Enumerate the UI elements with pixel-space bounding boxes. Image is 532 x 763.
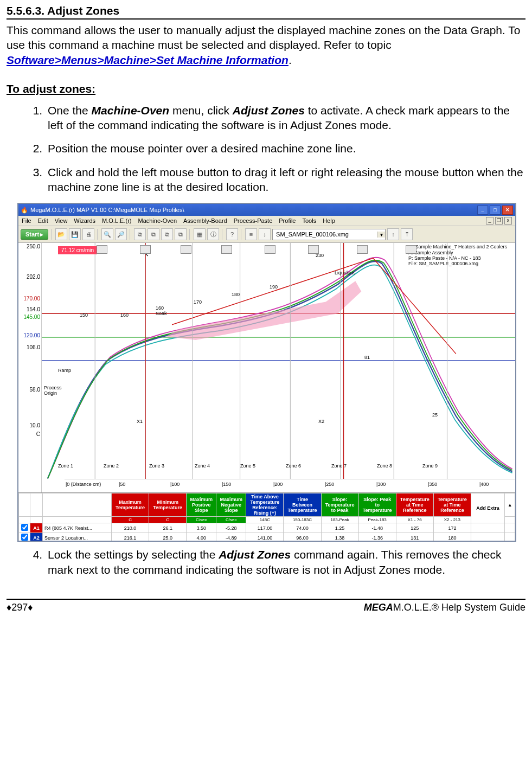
plot-annotation: 160 [120, 312, 129, 318]
intro-period: . [289, 54, 292, 66]
zone-label: Zone 6 [286, 463, 301, 469]
page-number: ♦297♦ [7, 602, 33, 613]
step1-cmd: Adjust Zones [233, 104, 305, 117]
step4-cmd: Adjust Zones [219, 548, 291, 561]
tool-b-icon[interactable]: ⧉ [148, 228, 159, 240]
profile-info: M: Sample Machine_7 Heaters and 2 Cooler… [408, 244, 514, 266]
plot-annotation: 180 [232, 292, 240, 297]
info-paste: P: Sample Paste - N/A - NC - 183 [408, 255, 514, 261]
zone-handle[interactable] [357, 245, 368, 254]
zone-handle[interactable] [97, 245, 107, 254]
zone-handle[interactable] [406, 245, 416, 254]
intro-paragraph: This command allows the user to manually… [7, 23, 525, 67]
tool-c-icon[interactable]: ⧉ [161, 228, 173, 240]
maximize-button[interactable]: □ [490, 206, 501, 215]
tool-d-icon[interactable]: ⧉ [175, 228, 187, 240]
menu-edit[interactable]: Edit [38, 217, 48, 224]
chart-svg [42, 243, 515, 492]
plot-annotation: X1 [137, 419, 143, 424]
minimize-button[interactable]: _ [477, 206, 488, 215]
zone-handle[interactable] [221, 245, 232, 254]
tool-zoom-in-icon[interactable]: 🔍 [101, 228, 113, 240]
menu-view[interactable]: View [55, 217, 68, 224]
zone-label: Zone 8 [377, 463, 392, 469]
menu-file[interactable]: File [22, 217, 31, 224]
y-axis: 250.0202.0170.00154.0145.00120.00106.058… [18, 243, 42, 492]
step1-text-a: One the [48, 104, 92, 117]
info-file: File: SM_SAMPLE_000106.xmg [408, 261, 514, 266]
plot-annotation: Ramp [58, 368, 71, 373]
plot-annotation: X2 [318, 419, 324, 424]
plot-annotation: 160 Soak [156, 305, 167, 316]
page-footer: ♦297♦ MEGAM.O.L.E.® Help System Guide [7, 599, 525, 613]
y-tick: 120.00 [23, 332, 40, 338]
step-4: Lock the settings by selecting the Adjus… [46, 547, 525, 577]
steps-list: One the Machine-Oven menu, click Adjust … [7, 103, 525, 194]
zone-label: Zone 9 [422, 463, 438, 469]
section-heading: 5.5.6.3. Adjust Zones [7, 4, 525, 20]
step4-text-a: Lock the settings by selecting the [48, 548, 219, 561]
mdi-close[interactable]: x [504, 217, 512, 225]
tool-print-icon[interactable]: 🖨 [82, 228, 94, 240]
conveyor-speed: 71.12 cm/min [58, 246, 97, 254]
tool-save-icon[interactable]: 💾 [69, 228, 81, 240]
y-tick: 154.0 [27, 306, 40, 312]
plot-annotation: 170 [194, 299, 202, 305]
tool-down-icon[interactable]: ↓ [259, 228, 271, 240]
app-icon: 🔥 [21, 207, 28, 214]
zone-handle[interactable] [308, 245, 319, 254]
plot-annotation: 81 [364, 355, 370, 360]
zone-label: Zone 4 [195, 463, 210, 469]
y-tick: 10.0 [30, 422, 40, 428]
tool-info-icon[interactable]: ⓘ [207, 228, 219, 240]
tool-help-icon[interactable]: ? [226, 228, 238, 240]
zone-label: Zone 3 [149, 463, 164, 469]
tool-a-icon[interactable]: ⧉ [134, 228, 146, 240]
chevron-down-icon[interactable]: ▾ [377, 232, 385, 238]
tool-open-icon[interactable]: 📂 [55, 228, 67, 240]
tool-prev-icon[interactable]: ≡ [245, 228, 257, 240]
start-button[interactable]: Start▸ [21, 229, 48, 240]
close-button[interactable]: ✕ [502, 206, 513, 215]
menu-machine-oven[interactable]: Machine-Oven [138, 217, 177, 224]
menu-wizards[interactable]: Wizards [74, 217, 95, 224]
step-3: Click and hold the left mouse button to … [46, 165, 525, 195]
menu-tools[interactable]: Tools [302, 217, 316, 224]
mdi-restore[interactable]: ❐ [495, 217, 503, 225]
menu-help[interactable]: Help [323, 217, 335, 224]
window-titlebar: 🔥 MegaM.O.L.E.(r) MAP V1.00 C:\MegaMOLE … [18, 204, 515, 216]
menu-mole[interactable]: M.O.L.E.(r) [102, 217, 131, 224]
plot-annotation: Liquidous [335, 270, 356, 275]
zone-label: Zone 5 [240, 463, 255, 469]
file-combo-value: SM_SAMPLE_000106.xmg [273, 231, 377, 238]
step1-text-c: menu, click [169, 104, 233, 117]
menu-process-paste[interactable]: Process-Paste [234, 217, 273, 224]
data-table: MaximumTemperatureMinimumTemperatureMaxi… [18, 492, 515, 542]
step-1: One the Machine-Oven menu, click Adjust … [46, 103, 525, 133]
zone-handle[interactable] [181, 245, 191, 254]
tool-notes-icon[interactable]: ▦ [194, 228, 206, 240]
zone-label: Zone 7 [331, 463, 347, 469]
toolbar: Start▸ 📂 💾 🖨 🔍 🔎 ⧉ ⧉ ⧉ ⧉ ▦ ⓘ ? ≡ ↓ SM_SA… [18, 226, 515, 243]
info-assembly: A: Sample Assembly [408, 250, 514, 255]
menu-profile[interactable]: Profile [279, 217, 296, 224]
y-tick: 202.0 [27, 274, 40, 280]
step1-menu: Machine-Oven [92, 104, 170, 117]
plot-area[interactable]: 71.12 cm/min ↖ M: Sample Machine_7 Heate… [42, 243, 515, 492]
row-checkbox[interactable] [21, 524, 28, 531]
tool-eject-icon[interactable]: ⤒ [401, 228, 413, 240]
info-machine: M: Sample Machine_7 Heaters and 2 Cooler… [408, 244, 514, 249]
footer-title: MEGAM.O.L.E.® Help System Guide [364, 602, 525, 613]
y-tick: 58.0 [30, 387, 40, 393]
intro-text: This command allows the user to manually… [7, 24, 520, 51]
menu-assembly-board[interactable]: Assembly-Board [183, 217, 227, 224]
zone-handle[interactable] [265, 245, 275, 254]
y-tick: 145.00 [23, 314, 40, 320]
tool-zoom-out-icon[interactable]: 🔎 [115, 228, 127, 240]
link-set-machine-info[interactable]: Software>Menus>Machine>Set Machine Infor… [7, 54, 289, 66]
mdi-minimize[interactable]: _ [486, 217, 493, 225]
tool-up-icon[interactable]: ↑ [387, 228, 399, 240]
row-checkbox[interactable] [21, 534, 28, 541]
zone-handle[interactable] [140, 245, 151, 254]
file-combo[interactable]: SM_SAMPLE_000106.xmg ▾ [272, 229, 386, 240]
